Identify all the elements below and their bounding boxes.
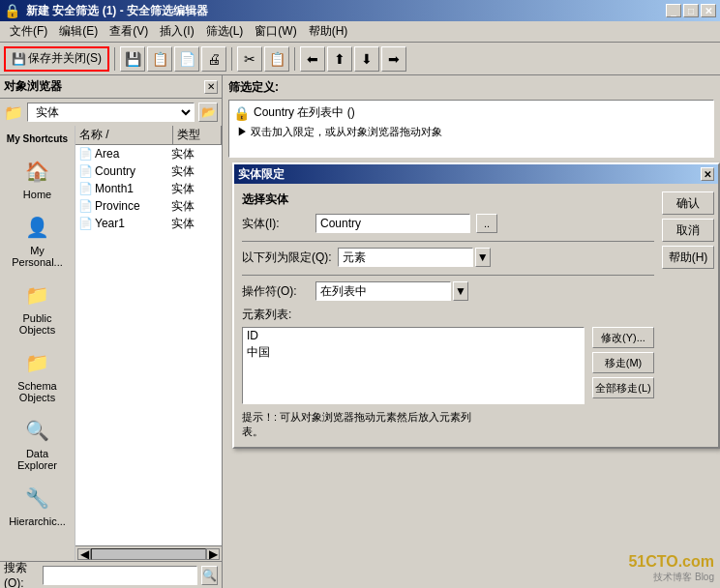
- watermark-sub: 技术博客 Blog: [628, 571, 714, 584]
- file-row-country[interactable]: 📄 Country 实体: [75, 162, 222, 180]
- entity-input[interactable]: [315, 214, 470, 233]
- hierarchic-icon: 🔧: [22, 483, 53, 514]
- col-name-header[interactable]: 名称 /: [75, 126, 173, 144]
- nav-schema-objects[interactable]: 📁 Schema Objects: [4, 343, 72, 407]
- dialog-divider-1: [242, 241, 654, 242]
- menu-window[interactable]: 窗口(W): [249, 21, 302, 42]
- dialog-divider-2: [242, 275, 654, 276]
- nav-home[interactable]: 🏠 Home: [4, 152, 72, 204]
- operator-input[interactable]: [315, 281, 451, 301]
- save-close-button[interactable]: 💾 保存并关闭(S): [4, 46, 109, 72]
- elements-buttons: 修改(Y)... 移走(M) 全部移走(L): [592, 327, 654, 404]
- scroll-track[interactable]: [91, 548, 206, 560]
- dialog-title: 实体限定: [238, 166, 285, 183]
- file-row-area[interactable]: 📄 Area 实体: [75, 145, 222, 162]
- limit-by-input[interactable]: [338, 248, 473, 267]
- personal-icon: 👤: [22, 212, 53, 243]
- window-title: 新建 安全筛选 (1) - 安全筛选编辑器: [26, 3, 208, 19]
- watermark-site: 51CTO.com: [628, 553, 714, 571]
- title-bar: 🔒 新建 安全筛选 (1) - 安全筛选编辑器 _ □ ✕: [0, 0, 720, 21]
- menu-file[interactable]: 文件(F): [4, 21, 53, 42]
- toolbar-btn-5[interactable]: 🖨: [201, 46, 226, 72]
- element-china[interactable]: 中国: [243, 343, 584, 362]
- maximize-button[interactable]: □: [683, 4, 699, 17]
- remove-all-button[interactable]: 全部移走(L): [592, 377, 654, 398]
- panel-title: 对象浏览器: [4, 78, 62, 95]
- toolbar-btn-10[interactable]: ⬇: [354, 46, 379, 72]
- entity-browse-button[interactable]: 📂: [198, 103, 218, 122]
- dialog-right-buttons: 确认 取消 帮助(H): [662, 184, 718, 447]
- dialog-main-content: 选择实体 实体(I): .. 以下列为限定(Q): ▼: [234, 184, 662, 447]
- col-type-header[interactable]: 类型: [173, 126, 222, 144]
- filter-country-icon: 🔒: [233, 105, 250, 121]
- limit-by-dropdown-btn[interactable]: ▼: [475, 248, 491, 267]
- limit-by-row: 以下列为限定(Q): ▼: [242, 248, 654, 267]
- toolbar: 💾 保存并关闭(S) 💾 📋 📄 🖨 ✂ 📋 ⬅ ⬆ ⬇ ➡: [0, 43, 720, 75]
- data-explorer-icon: 🔍: [22, 415, 53, 446]
- search-input[interactable]: [43, 566, 197, 585]
- toolbar-btn-3[interactable]: 📋: [147, 46, 172, 72]
- search-button[interactable]: 🔍: [201, 566, 218, 585]
- country-icon: 📄: [77, 163, 93, 179]
- dialog-close-button[interactable]: ✕: [701, 167, 714, 181]
- province-icon: 📄: [77, 198, 93, 214]
- scroll-left-btn[interactable]: ◀: [77, 548, 91, 560]
- filter-def-area: 🔒 Country 在列表中 () ▶ 双击加入限定，或从对象浏览器拖动对象: [228, 100, 714, 158]
- remove-button[interactable]: 移走(M): [592, 352, 654, 373]
- entity-browse-btn[interactable]: ..: [476, 214, 497, 233]
- minimize-button[interactable]: _: [666, 4, 681, 17]
- window-controls: _ □ ✕: [666, 4, 716, 17]
- menu-edit[interactable]: 编辑(E): [53, 21, 104, 42]
- menu-help[interactable]: 帮助(H): [303, 21, 354, 42]
- dialog-title-bar: 实体限定 ✕: [234, 164, 718, 184]
- toolbar-btn-8[interactable]: ⬅: [300, 46, 325, 72]
- nav-public-objects[interactable]: 📁 Public Objects: [4, 276, 72, 339]
- file-row-year1[interactable]: 📄 Year1 实体: [75, 215, 222, 232]
- menu-insert[interactable]: 插入(I): [154, 21, 199, 42]
- toolbar-btn-11[interactable]: ➡: [381, 46, 406, 72]
- filter-def-label: 筛选定义:: [223, 75, 720, 100]
- entity-selector-row: 📁 实体 📂: [0, 99, 222, 126]
- horizontal-scroll[interactable]: ◀ ▶: [75, 545, 222, 561]
- toolbar-btn-4[interactable]: 📄: [174, 46, 199, 72]
- menu-filter[interactable]: 筛选(L): [200, 21, 250, 42]
- confirm-button[interactable]: 确认: [662, 191, 714, 215]
- nav-my-personal[interactable]: 👤 My Personal...: [4, 208, 72, 272]
- right-panel: 筛选定义: 🔒 Country 在列表中 () ▶ 双击加入限定，或从对象浏览器…: [223, 75, 720, 588]
- help-button[interactable]: 帮助(H): [662, 246, 714, 269]
- toolbar-btn-7[interactable]: 📋: [264, 46, 289, 72]
- toolbar-btn-2[interactable]: 💾: [120, 46, 145, 72]
- area-icon: 📄: [77, 146, 93, 162]
- dialog-body: 选择实体 实体(I): .. 以下列为限定(Q): ▼: [234, 184, 718, 447]
- modify-button[interactable]: 修改(Y)...: [592, 327, 654, 348]
- main-content: 对象浏览器 ✕ 📁 实体 📂 My Shortcuts 🏠 Home �: [0, 75, 720, 588]
- element-ID[interactable]: ID: [243, 328, 584, 343]
- file-row-month1[interactable]: 📄 Month1 实体: [75, 180, 222, 197]
- panel-close-button[interactable]: ✕: [204, 80, 218, 94]
- toolbar-separator-2: [231, 47, 232, 71]
- toolbar-btn-9[interactable]: ⬆: [327, 46, 352, 72]
- scroll-right-btn[interactable]: ▶: [206, 548, 220, 560]
- menu-view[interactable]: 查看(V): [104, 21, 154, 42]
- filter-item-text: Country 在列表中 (): [254, 104, 355, 121]
- search-label: 搜索(O):: [4, 560, 39, 588]
- public-icon: 📁: [22, 279, 53, 310]
- close-button[interactable]: ✕: [701, 4, 716, 17]
- nav-hierarchic[interactable]: 🔧 Hierarchic...: [4, 479, 72, 531]
- operator-label: 操作符(O):: [242, 283, 310, 300]
- operator-dropdown-btn[interactable]: ▼: [453, 281, 468, 301]
- toolbar-btn-6[interactable]: ✂: [237, 46, 262, 72]
- file-row-province[interactable]: 📄 Province 实体: [75, 197, 222, 215]
- cancel-button[interactable]: 取消: [662, 219, 714, 242]
- nav-data-explorer[interactable]: 🔍 Data Explorer: [4, 411, 72, 475]
- watermark: 51CTO.com 技术博客 Blog: [628, 553, 714, 584]
- home-icon: 🏠: [22, 156, 53, 187]
- toolbar-separator-3: [294, 47, 295, 71]
- elements-list[interactable]: ID 中国: [242, 327, 585, 404]
- file-list: 名称 / 类型 📄 Area 实体 📄 Country 实体: [75, 126, 222, 561]
- file-list-body: 📄 Area 实体 📄 Country 实体 📄 Month1 实体: [75, 145, 222, 545]
- entity-dropdown[interactable]: 实体: [27, 103, 195, 122]
- entity-label: 实体(I):: [242, 216, 310, 232]
- browser-split: My Shortcuts 🏠 Home 👤 My Personal... 📁 P…: [0, 126, 222, 561]
- entity-limit-dialog: 实体限定 ✕ 选择实体 实体(I): .. 以下列为限定(Q):: [232, 162, 720, 449]
